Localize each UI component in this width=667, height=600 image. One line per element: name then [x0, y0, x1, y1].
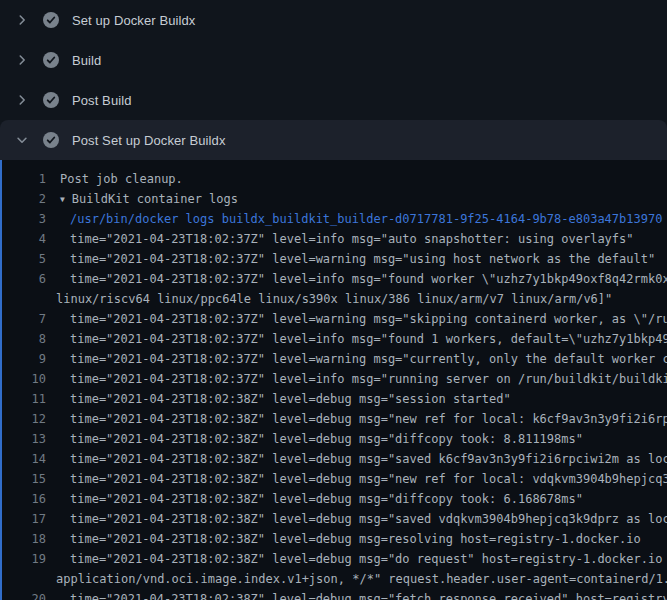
log-line[interactable]: 15 time="2021-04-23T18:02:38Z" level=deb… — [2, 469, 667, 489]
log-line[interactable]: 11 time="2021-04-23T18:02:38Z" level=deb… — [2, 389, 667, 409]
log-line-text: time="2021-04-23T18:02:38Z" level=debug … — [46, 429, 583, 449]
log-line[interactable]: 19 time="2021-04-23T18:02:38Z" level=deb… — [2, 549, 667, 569]
log-line-number[interactable]: 8 — [2, 329, 46, 349]
log-line-number[interactable]: 3 — [2, 209, 46, 229]
log-line[interactable]: 20 time="2021-04-23T18:02:38Z" level=deb… — [2, 589, 667, 600]
log-line-text: time="2021-04-23T18:02:37Z" level=warnin… — [46, 249, 655, 269]
steps-list: Set up Docker Buildx Build P — [0, 0, 667, 160]
log-line-number[interactable]: 4 — [2, 229, 46, 249]
log-line[interactable]: 6 time="2021-04-23T18:02:37Z" level=info… — [2, 269, 667, 289]
step-label: Set up Docker Buildx — [72, 13, 195, 28]
log-line-number[interactable]: 9 — [2, 349, 46, 369]
log-line-number[interactable]: 12 — [2, 409, 46, 429]
step-label: Post Build — [72, 93, 132, 108]
log-line-number[interactable] — [2, 289, 46, 309]
step-row[interactable]: Build — [0, 40, 667, 80]
log-line-text: time="2021-04-23T18:02:38Z" level=debug … — [46, 389, 511, 409]
log-line[interactable]: 12 time="2021-04-23T18:02:38Z" level=deb… — [2, 409, 667, 429]
log-line-number[interactable]: 10 — [2, 369, 46, 389]
log-line-number[interactable]: 1 — [2, 169, 46, 189]
log-line-text: time="2021-04-23T18:02:38Z" level=debug … — [46, 409, 667, 429]
log-line[interactable]: 13 time="2021-04-23T18:02:38Z" level=deb… — [2, 429, 667, 449]
step-label: Post Set up Docker Buildx — [72, 133, 226, 148]
log-line-text: time="2021-04-23T18:02:38Z" level=debug … — [46, 509, 667, 529]
log-line-number[interactable]: 5 — [2, 249, 46, 269]
check-circle-icon — [43, 52, 59, 68]
triangle-down-icon[interactable]: ▼ — [60, 190, 65, 209]
log-line-number[interactable]: 20 — [2, 589, 46, 600]
log-line-text: linux/riscv64 linux/ppc64le linux/s390x … — [46, 289, 612, 309]
log-line-number[interactable]: 14 — [2, 449, 46, 469]
log-line[interactable]: application/vnd.oci.image.index.v1+json,… — [2, 569, 667, 589]
log-line[interactable]: 1 Post job cleanup. — [2, 169, 667, 189]
log-line-text: time="2021-04-23T18:02:38Z" level=debug … — [46, 469, 667, 489]
chevron-right-icon[interactable] — [14, 52, 30, 68]
log-line-number[interactable]: 11 — [2, 389, 46, 409]
log-line-text: /usr/bin/docker logs buildx_buildkit_bui… — [46, 209, 662, 229]
check-circle-icon — [43, 132, 59, 148]
log-panel: 1 Post job cleanup. 2 ▼BuildKit containe… — [0, 160, 667, 600]
log-line-text: time="2021-04-23T18:02:37Z" level=warnin… — [46, 349, 667, 369]
chevron-right-icon[interactable] — [14, 12, 30, 28]
workflow-log-viewer: Set up Docker Buildx Build P — [0, 0, 667, 600]
log-line[interactable]: 3 /usr/bin/docker logs buildx_buildkit_b… — [2, 209, 667, 229]
log-line-text: time="2021-04-23T18:02:37Z" level=info m… — [46, 369, 667, 389]
log-line-number[interactable] — [2, 569, 46, 589]
log-line-number[interactable]: 16 — [2, 489, 46, 509]
log-line-text: time="2021-04-23T18:02:37Z" level=warnin… — [46, 309, 667, 329]
log-line[interactable]: 5 time="2021-04-23T18:02:37Z" level=warn… — [2, 249, 667, 269]
log-line-text: time="2021-04-23T18:02:37Z" level=info m… — [46, 269, 667, 289]
log-line[interactable]: linux/riscv64 linux/ppc64le linux/s390x … — [2, 289, 667, 309]
log-line-text: time="2021-04-23T18:02:38Z" level=debug … — [46, 529, 641, 549]
log-line-number[interactable]: 2 — [2, 189, 46, 209]
log-line-text: time="2021-04-23T18:02:38Z" level=debug … — [46, 589, 667, 600]
log-line-text: time="2021-04-23T18:02:38Z" level=debug … — [46, 489, 583, 509]
log-line-text: time="2021-04-23T18:02:37Z" level=info m… — [46, 329, 667, 349]
log-line[interactable]: 8 time="2021-04-23T18:02:37Z" level=info… — [2, 329, 667, 349]
log-line-number[interactable]: 13 — [2, 429, 46, 449]
log-line[interactable]: 17 time="2021-04-23T18:02:38Z" level=deb… — [2, 509, 667, 529]
step-row[interactable]: Set up Docker Buildx — [0, 0, 667, 40]
log-line[interactable]: 2 ▼BuildKit container logs — [2, 189, 667, 209]
log-line[interactable]: 18 time="2021-04-23T18:02:38Z" level=deb… — [2, 529, 667, 549]
log-line-text: application/vnd.oci.image.index.v1+json,… — [46, 569, 667, 589]
step-row[interactable]: Post Set up Docker Buildx — [0, 120, 667, 160]
check-circle-icon — [43, 12, 59, 28]
log-line-number[interactable]: 18 — [2, 529, 46, 549]
log-line[interactable]: 4 time="2021-04-23T18:02:37Z" level=info… — [2, 229, 667, 249]
log-lines: 1 Post job cleanup. 2 ▼BuildKit containe… — [2, 169, 667, 600]
log-line-number[interactable]: 6 — [2, 269, 46, 289]
log-line-number[interactable]: 7 — [2, 309, 46, 329]
chevron-right-icon[interactable] — [14, 92, 30, 108]
log-line-number[interactable]: 15 — [2, 469, 46, 489]
log-line-number[interactable]: 19 — [2, 549, 46, 569]
chevron-down-icon[interactable] — [14, 132, 30, 148]
log-line[interactable]: 14 time="2021-04-23T18:02:38Z" level=deb… — [2, 449, 667, 469]
log-line-text: Post job cleanup. — [46, 169, 183, 189]
step-row[interactable]: Post Build — [0, 80, 667, 120]
log-line-text: time="2021-04-23T18:02:38Z" level=debug … — [46, 449, 667, 469]
log-line-text: time="2021-04-23T18:02:38Z" level=debug … — [46, 549, 667, 569]
log-line-text: ▼BuildKit container logs — [46, 189, 238, 209]
log-line-text: time="2021-04-23T18:02:37Z" level=info m… — [46, 229, 634, 249]
log-line[interactable]: 16 time="2021-04-23T18:02:38Z" level=deb… — [2, 489, 667, 509]
check-circle-icon — [43, 92, 59, 108]
log-line-number[interactable]: 17 — [2, 509, 46, 529]
log-line[interactable]: 10 time="2021-04-23T18:02:37Z" level=inf… — [2, 369, 667, 389]
step-label: Build — [72, 53, 101, 68]
log-line[interactable]: 7 time="2021-04-23T18:02:37Z" level=warn… — [2, 309, 667, 329]
log-line[interactable]: 9 time="2021-04-23T18:02:37Z" level=warn… — [2, 349, 667, 369]
